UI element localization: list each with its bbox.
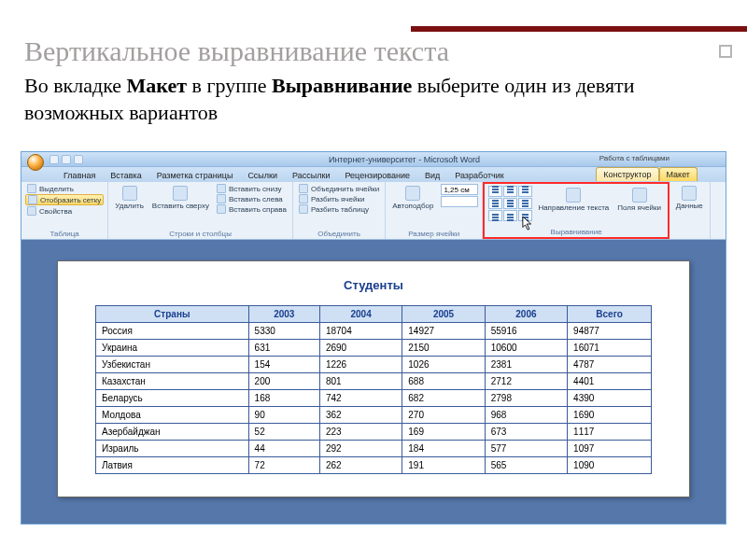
align-top-right-button[interactable]	[518, 186, 532, 197]
table-cell[interactable]: 292	[319, 441, 402, 457]
table-cell[interactable]: 184	[402, 441, 485, 457]
table-cell[interactable]: Молдова	[96, 407, 249, 424]
table-cell[interactable]: 682	[402, 390, 485, 407]
table-row[interactable]: Беларусь16874268227984390	[96, 390, 652, 407]
row-height-field[interactable]	[441, 184, 478, 195]
table-cell[interactable]: 742	[319, 390, 402, 407]
table-row[interactable]: Россия533018704149275591694877	[96, 323, 652, 340]
table-cell[interactable]: 968	[485, 407, 567, 424]
table-cell[interactable]: 577	[485, 441, 567, 457]
table-cell[interactable]: Латвия	[96, 457, 249, 474]
table-cell[interactable]: 362	[319, 407, 402, 424]
table-cell[interactable]: 94877	[568, 323, 652, 340]
table-row[interactable]: Молдова903622709681690	[96, 407, 652, 424]
table-cell[interactable]: 90	[248, 407, 319, 424]
table-cell[interactable]: 55916	[485, 323, 567, 340]
row-height-input[interactable]	[439, 184, 478, 195]
table-cell[interactable]: 565	[485, 457, 567, 474]
tab-mailings[interactable]: Рассылки	[288, 169, 334, 182]
align-bottom-left-button[interactable]	[488, 210, 502, 221]
align-top-left-button[interactable]	[488, 186, 502, 197]
cell-margins-button[interactable]: Поля ячейки	[614, 186, 664, 214]
insert-right-button[interactable]: Вставить справа	[215, 204, 289, 214]
students-table[interactable]: Страны2003200420052006Всего Россия533018…	[95, 305, 652, 474]
table-cell[interactable]: 5330	[248, 323, 319, 340]
split-cells-button[interactable]: Разбить ячейки	[297, 194, 381, 203]
qat-save-icon[interactable]	[49, 155, 59, 164]
col-width-field[interactable]	[441, 196, 478, 207]
text-direction-button[interactable]: Направление текста	[535, 186, 612, 214]
table-cell[interactable]: 2150	[402, 340, 485, 357]
align-middle-right-button[interactable]	[518, 198, 532, 209]
tab-page-layout[interactable]: Разметка страницы	[152, 169, 238, 182]
qat-redo-icon[interactable]	[74, 155, 83, 164]
table-cell[interactable]: 18704	[319, 323, 402, 340]
col-width-input[interactable]	[439, 196, 478, 207]
table-cell[interactable]: 169	[402, 424, 485, 441]
table-cell[interactable]: Азербайджан	[96, 424, 249, 441]
table-cell[interactable]: 16071	[568, 340, 652, 357]
table-cell[interactable]: 10600	[485, 340, 567, 357]
table-cell[interactable]: 4390	[568, 390, 652, 407]
table-cell[interactable]: 262	[319, 457, 402, 474]
table-row[interactable]: Израиль442921845771097	[96, 441, 652, 457]
office-button-icon[interactable]	[27, 154, 44, 171]
autofit-button[interactable]: Автоподбор	[389, 184, 436, 212]
table-cell[interactable]: 72	[248, 457, 319, 474]
table-cell[interactable]: Израиль	[96, 441, 249, 457]
table-row[interactable]: Латвия722621915651090	[96, 457, 652, 474]
align-top-center-button[interactable]	[503, 186, 517, 197]
qat-undo-icon[interactable]	[62, 155, 71, 164]
align-middle-center-button[interactable]	[503, 198, 517, 209]
table-cell[interactable]: Украина	[96, 340, 249, 357]
table-cell[interactable]: 270	[402, 407, 485, 424]
tab-view[interactable]: Вид	[420, 169, 444, 182]
align-bottom-right-button[interactable]	[518, 210, 532, 221]
table-cell[interactable]: 1226	[319, 357, 402, 373]
table-row[interactable]: Украина631269021501060016071	[96, 340, 652, 357]
merge-cells-button[interactable]: Объединить ячейки	[297, 184, 381, 193]
table-cell[interactable]: 631	[248, 340, 319, 357]
table-cell[interactable]: 191	[402, 457, 485, 474]
tab-insert[interactable]: Вставка	[106, 169, 146, 182]
select-button[interactable]: Выделить	[25, 184, 104, 193]
table-cell[interactable]: 168	[248, 390, 319, 407]
table-cell[interactable]: 1026	[402, 357, 485, 373]
table-cell[interactable]: 154	[248, 357, 319, 373]
insert-below-button[interactable]: Вставить снизу	[215, 184, 289, 193]
table-cell[interactable]: 4401	[568, 373, 652, 390]
table-cell[interactable]: 688	[402, 373, 485, 390]
table-cell[interactable]: 14927	[402, 323, 485, 340]
table-cell[interactable]: 2798	[485, 390, 567, 407]
insert-above-button[interactable]: Вставить сверху	[149, 184, 212, 212]
document-area[interactable]: Студенты Страны2003200420052006Всего Рос…	[21, 240, 726, 524]
table-row[interactable]: Узбекистан1541226102623814787	[96, 357, 652, 373]
table-cell[interactable]: 2712	[485, 373, 567, 390]
tab-developer[interactable]: Разработчик	[450, 169, 508, 182]
tab-home[interactable]: Главная	[59, 169, 100, 182]
table-cell[interactable]: Беларусь	[96, 390, 249, 407]
table-cell[interactable]: Казахстан	[96, 373, 249, 390]
insert-left-button[interactable]: Вставить слева	[215, 194, 289, 203]
properties-button[interactable]: Свойства	[25, 206, 104, 216]
split-table-button[interactable]: Разбить таблицу	[297, 204, 381, 214]
table-cell[interactable]: 223	[319, 424, 402, 441]
table-cell[interactable]: 1117	[568, 424, 652, 441]
tab-design[interactable]: Конструктор	[596, 167, 658, 181]
table-cell[interactable]: 1097	[568, 441, 652, 457]
tab-review[interactable]: Рецензирование	[340, 169, 415, 182]
delete-button[interactable]: Удалить	[112, 184, 147, 212]
table-cell[interactable]: 2690	[319, 340, 402, 357]
table-cell[interactable]: 801	[319, 373, 402, 390]
table-cell[interactable]: 200	[248, 373, 319, 390]
tab-layout[interactable]: Макет	[659, 167, 698, 181]
show-gridlines-button[interactable]: Отобразить сетку	[25, 194, 104, 205]
table-cell[interactable]: 1690	[568, 407, 652, 424]
table-cell[interactable]: 52	[248, 424, 319, 441]
table-cell[interactable]: 44	[248, 441, 319, 457]
data-button[interactable]: Данные	[673, 184, 706, 212]
table-cell[interactable]: 4787	[568, 357, 652, 373]
align-bottom-center-button[interactable]	[503, 210, 517, 221]
table-cell[interactable]: 673	[485, 424, 567, 441]
table-cell[interactable]: 2381	[485, 357, 567, 373]
